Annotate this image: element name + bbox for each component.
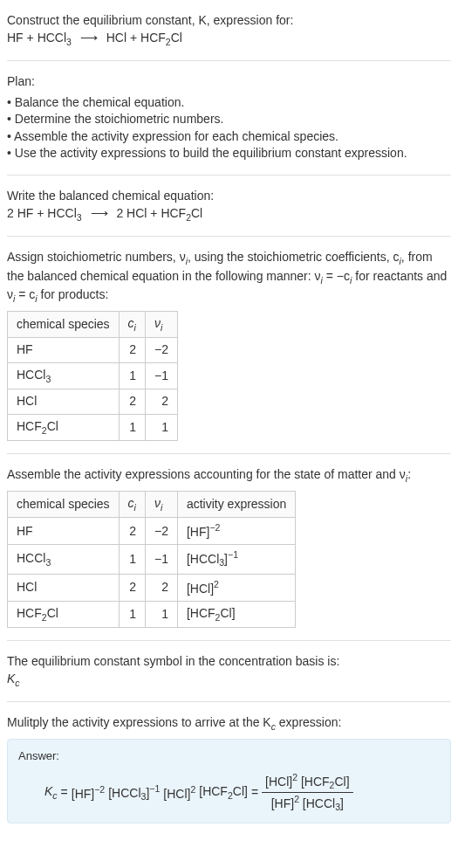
col-species: chemical species [8, 491, 120, 517]
col-nu: νi [145, 491, 177, 517]
divider [7, 175, 451, 176]
cell-species: HCCl3 [8, 545, 120, 574]
table-row: HCF2Cl 1 1 [HCF2Cl] [8, 601, 296, 627]
plus-sign: + [37, 206, 44, 220]
product-2: HCF2Cl [161, 206, 202, 220]
cell-species: HF [8, 338, 120, 363]
reactant-2: HCCl3 [47, 206, 81, 220]
table-header-row: chemical species ci νi [8, 311, 178, 337]
cell-nu: 2 [145, 389, 177, 415]
cell-c: 2 [119, 389, 145, 415]
cell-activity: [HF]−2 [177, 518, 295, 545]
product-2: HCF2Cl [140, 31, 182, 45]
equals-sign: = [61, 784, 68, 802]
cell-c: 2 [119, 574, 145, 601]
cell-nu: −2 [145, 518, 177, 545]
col-c: ci [119, 491, 145, 517]
cell-species: HCF2Cl [8, 414, 120, 440]
basis-text: The equilibrium constant symbol in the c… [7, 653, 451, 671]
fraction-denominator: [HF]2 [HCCl3] [268, 793, 347, 814]
col-c: ci [119, 311, 145, 337]
table-row: HCCl3 1 −1 [HCCl3]−1 [8, 545, 296, 574]
cell-nu: 1 [145, 601, 177, 627]
cell-nu: −1 [145, 545, 177, 574]
fraction: [HCl]2 [HCF2Cl] [HF]2 [HCCl3] [262, 771, 353, 814]
table-row: HF 2 −2 [8, 338, 178, 363]
table-row: HCCl3 1 −1 [8, 362, 178, 389]
arrow-icon: ⟶ [75, 30, 103, 47]
plan-item: Assemble the activity expression for eac… [7, 128, 451, 146]
cell-nu: 1 [145, 414, 177, 440]
plan-list: Balance the chemical equation. Determine… [7, 94, 451, 162]
balanced-section: Write the balanced chemical equation: 2 … [7, 183, 451, 229]
table-row: HCl 2 2 [8, 389, 178, 415]
product-1: 2 HCl [116, 206, 147, 220]
cell-c: 1 [119, 545, 145, 574]
stoich-intro: Assign stoichiometric numbers, νi, using… [7, 244, 451, 446]
cell-activity: [HCCl3]−1 [177, 545, 295, 574]
cell-species: HCl [8, 389, 120, 415]
plan-section: Plan: Balance the chemical equation. Det… [7, 68, 451, 168]
divider [7, 60, 451, 61]
kc-expression: Kc = [HF]−2 [HCCl3]−1 [HCl]2 [HCF2Cl] = … [18, 771, 440, 814]
cell-species: HF [8, 518, 120, 545]
prompt-text: Construct the equilibrium constant, K, e… [7, 13, 293, 27]
table-row: HCF2Cl 1 1 [8, 414, 178, 440]
activity-section: Assemble the activity expressions accoun… [7, 461, 451, 633]
kc-symbol: Kc [44, 783, 58, 802]
cell-species: HCl [8, 574, 120, 601]
plan-item: Balance the chemical equation. [7, 94, 451, 112]
term: [HCCl3]−1 [108, 782, 160, 803]
term: [HF]−2 [72, 783, 105, 803]
arrow-icon: ⟶ [85, 205, 113, 223]
answer-box: Answer: Kc = [HF]−2 [HCCl3]−1 [HCl]2 [HC… [7, 739, 451, 823]
col-nu: νi [145, 311, 177, 337]
divider [7, 453, 451, 454]
cell-nu: 2 [145, 574, 177, 601]
cell-c: 2 [119, 338, 145, 363]
term: [HCF2Cl] [199, 783, 248, 802]
answer-label: Answer: [18, 748, 440, 764]
plan-item: Determine the stoichiometric numbers. [7, 111, 451, 128]
divider [7, 640, 451, 641]
fraction-numerator: [HCl]2 [HCF2Cl] [262, 771, 353, 793]
plan-item: Use the activity expressions to build th… [7, 145, 451, 162]
basis-symbol: Kc [7, 671, 451, 689]
cell-species: HCCl3 [8, 362, 120, 389]
multiply-section: Mulitply the activity expressions to arr… [7, 709, 451, 829]
plus-sign: + [150, 206, 157, 220]
term: [HCl]2 [163, 783, 195, 803]
cell-nu: −1 [145, 362, 177, 389]
balanced-equation: 2 HF + HCCl3 ⟶ 2 HCl + HCF2Cl [7, 205, 451, 224]
cell-c: 1 [119, 362, 145, 389]
table-row: HF 2 −2 [HF]−2 [8, 518, 296, 545]
col-species: chemical species [8, 311, 120, 337]
divider [7, 701, 451, 702]
plus-sign: + [130, 31, 140, 45]
table-header-row: chemical species ci νi activity expressi… [8, 491, 296, 517]
cell-activity: [HCl]2 [177, 574, 295, 601]
plan-title: Plan: [7, 73, 451, 91]
problem-prompt: Construct the equilibrium constant, K, e… [7, 12, 451, 30]
reactant-1: 2 HF [7, 206, 33, 220]
cell-activity: [HCF2Cl] [177, 601, 295, 627]
reactant-1: HF [7, 31, 24, 45]
equals-sign: = [251, 784, 258, 802]
plus-sign: + [27, 31, 38, 45]
table-row: HCl 2 2 [HCl]2 [8, 574, 296, 601]
product-1: HCl [106, 31, 126, 45]
cell-c: 1 [119, 601, 145, 627]
divider [7, 236, 451, 237]
unbalanced-equation: HF + HCCl3 ⟶ HCl + HCF2Cl [7, 30, 451, 48]
activity-table: chemical species ci νi activity expressi… [7, 491, 296, 629]
col-activity: activity expression [177, 491, 295, 517]
reactant-2: HCCl3 [38, 31, 72, 45]
cell-species: HCF2Cl [8, 601, 120, 627]
cell-nu: −2 [145, 338, 177, 363]
cell-c: 1 [119, 414, 145, 440]
stoich-table: chemical species ci νi HF 2 −2 HCCl3 1 −… [7, 311, 178, 442]
cell-c: 2 [119, 518, 145, 545]
problem-statement: Construct the equilibrium constant, K, e… [7, 7, 451, 53]
balanced-intro: Write the balanced chemical equation: [7, 188, 451, 205]
basis-section: The equilibrium constant symbol in the c… [7, 648, 451, 694]
